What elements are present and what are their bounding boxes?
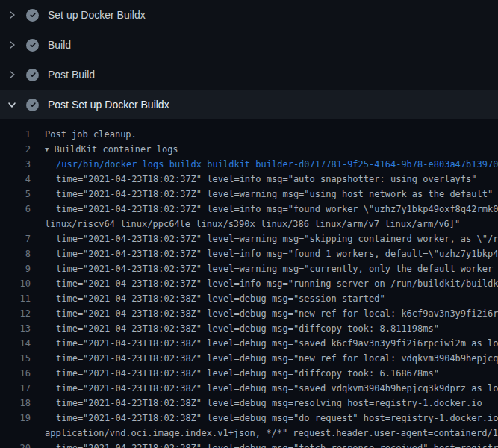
log-line-text: time="2021-04-23T18:02:38Z" level=debug … [31,366,498,381]
step-header-post-set-up-docker-buildx[interactable]: Post Set up Docker Buildx [0,90,498,119]
log-line-continuation: linux/riscv64 linux/ppc64le linux/s390x … [0,217,498,231]
log-line-text: time="2021-04-23T18:02:37Z" level=warnin… [31,231,498,246]
log-line-number[interactable]: 17 [0,381,31,396]
log-line-number[interactable]: 15 [0,351,31,366]
log-line-number[interactable]: 1 [0,127,31,142]
chevron-right-icon [7,10,16,19]
chevron-right-icon [7,70,16,79]
log-line-text: time="2021-04-23T18:02:37Z" level=info m… [31,202,498,217]
log-line-text: time="2021-04-23T18:02:38Z" level=debug … [31,306,498,321]
log-line-text: time="2021-04-23T18:02:38Z" level=debug … [31,411,498,426]
log-line: 20 time="2021-04-23T18:02:38Z" level=deb… [0,441,498,448]
log-line: 12 time="2021-04-23T18:02:38Z" level=deb… [0,306,498,321]
step-title: Build [48,39,71,51]
log-line-text: application/vnd.oci.image.index.v1+json,… [31,426,498,441]
log-line-continuation: application/vnd.oci.image.index.v1+json,… [0,426,498,441]
log-panel: 1 Post job cleanup. 2 ▼BuildKit containe… [0,119,498,448]
step-header-build[interactable]: Build [0,30,498,60]
log-line-text: time="2021-04-23T18:02:38Z" level=debug … [31,441,498,448]
steps-panel: Set up Docker Buildx Build Post Build Po… [0,0,498,119]
log-line: 9 time="2021-04-23T18:02:37Z" level=warn… [0,261,498,276]
log-group-title[interactable]: BuildKit container logs [54,144,178,155]
log-line-number[interactable]: 2 [0,142,31,157]
log-line: 15 time="2021-04-23T18:02:38Z" level=deb… [0,351,498,366]
log-line-text: time="2021-04-23T18:02:38Z" level=debug … [31,321,498,336]
log-line-number[interactable]: 12 [0,306,31,321]
log-line-text: time="2021-04-23T18:02:38Z" level=debug … [31,336,498,351]
log-line: 4 time="2021-04-23T18:02:37Z" level=info… [0,172,498,187]
log-line-number [0,217,31,231]
log-line-text: /usr/bin/docker logs buildx_buildkit_bui… [31,157,498,172]
log-line-number[interactable]: 7 [0,231,31,246]
log-line-text: time="2021-04-23T18:02:37Z" level=warnin… [31,261,498,276]
log-line-number[interactable]: 8 [0,246,31,261]
step-header-post-build[interactable]: Post Build [0,60,498,90]
log-line-number[interactable]: 3 [0,157,31,172]
log-line: 10 time="2021-04-23T18:02:37Z" level=inf… [0,276,498,291]
check-circle-icon [26,9,39,22]
log-line-text: time="2021-04-23T18:02:37Z" level=info m… [31,246,498,261]
log-line-number[interactable]: 19 [0,411,31,426]
check-circle-icon [26,39,39,52]
log-line-number[interactable]: 9 [0,261,31,276]
log-line-number[interactable]: 6 [0,202,31,217]
check-circle-icon [26,69,39,81]
log-line: 8 time="2021-04-23T18:02:37Z" level=info… [0,246,498,261]
collapse-triangle-icon[interactable]: ▼ [45,142,49,157]
log-line-text: time="2021-04-23T18:02:38Z" level=debug … [31,381,498,396]
step-title: Post Set up Docker Buildx [48,99,169,111]
log-line-number[interactable]: 4 [0,172,31,187]
log-line-text: time="2021-04-23T18:02:38Z" level=debug … [31,291,498,306]
log-line-text: Post job cleanup. [31,127,498,142]
log-line-number[interactable]: 16 [0,366,31,381]
log-line-text: time="2021-04-23T18:02:37Z" level=info m… [31,276,498,291]
log-line-number[interactable]: 5 [0,187,31,202]
log-line-number[interactable]: 18 [0,396,31,411]
log-line: 17 time="2021-04-23T18:02:38Z" level=deb… [0,381,498,396]
log-line: 14 time="2021-04-23T18:02:38Z" level=deb… [0,336,498,351]
log-line-number[interactable]: 11 [0,291,31,306]
step-title: Set up Docker Buildx [48,9,146,21]
log-line-text: time="2021-04-23T18:02:37Z" level=info m… [31,172,498,187]
log-line-number[interactable]: 20 [0,441,31,448]
log-line: 13 time="2021-04-23T18:02:38Z" level=deb… [0,321,498,336]
log-line-text: linux/riscv64 linux/ppc64le linux/s390x … [31,217,498,231]
log-line: 19 time="2021-04-23T18:02:38Z" level=deb… [0,411,498,426]
log-line-text: time="2021-04-23T18:02:38Z" level=debug … [31,351,498,366]
log-line: 1 Post job cleanup. [0,127,498,142]
log-line-command: 3 /usr/bin/docker logs buildx_buildkit_b… [0,157,498,172]
log-line-text: time="2021-04-23T18:02:38Z" level=debug … [31,396,498,411]
log-line-text: ▼BuildKit container logs [31,142,498,157]
log-line-number[interactable]: 13 [0,321,31,336]
log-line-text: time="2021-04-23T18:02:37Z" level=warnin… [31,187,498,202]
chevron-right-icon [7,40,16,49]
log-line: 16 time="2021-04-23T18:02:38Z" level=deb… [0,366,498,381]
chevron-down-icon [7,100,16,109]
step-title: Post Build [48,69,95,81]
log-line: 7 time="2021-04-23T18:02:37Z" level=warn… [0,231,498,246]
step-header-set-up-docker-buildx[interactable]: Set up Docker Buildx [0,0,498,30]
log-line-number [0,426,31,441]
log-line: 11 time="2021-04-23T18:02:38Z" level=deb… [0,291,498,306]
log-group-line: 2 ▼BuildKit container logs [0,142,498,157]
log-line-number[interactable]: 10 [0,276,31,291]
check-circle-icon [26,99,39,111]
log-line: 6 time="2021-04-23T18:02:37Z" level=info… [0,202,498,217]
log-line: 18 time="2021-04-23T18:02:38Z" level=deb… [0,396,498,411]
log-line-number[interactable]: 14 [0,336,31,351]
log-line: 5 time="2021-04-23T18:02:37Z" level=warn… [0,187,498,202]
